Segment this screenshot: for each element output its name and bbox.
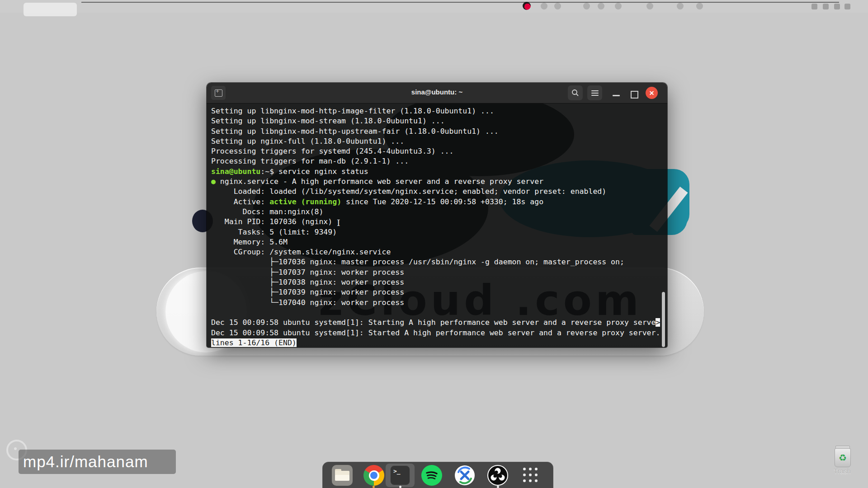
terminal-window: sina@ubuntu: ~ ✕ Setting up libnginx-mod…: [207, 83, 667, 347]
desktop: zCloud .com sina@ubuntu: ~: [0, 0, 868, 488]
battery-icon-ghost: [834, 4, 840, 9]
terminal-line: Setting up libnginx-mod-http-image-filte…: [211, 106, 660, 116]
terminal-line: Docs: man:nginx(8): [211, 207, 660, 217]
maximize-button[interactable]: [631, 91, 638, 99]
tray-icon-ghost: [615, 3, 622, 9]
terminal-line: Setting up libnginx-mod-stream (1.18.0-0…: [211, 116, 660, 126]
terminal-line: Processing triggers for systemd (245.4-4…: [211, 146, 660, 156]
terminal-titlebar[interactable]: sina@ubuntu: ~ ✕: [207, 83, 667, 103]
dock-item-spotify[interactable]: [421, 465, 442, 486]
terminal-line: Dec 15 00:09:58 ubuntu systemd[1]: Start…: [211, 328, 660, 338]
terminal-line: ● nginx.service - A high performance web…: [211, 177, 660, 187]
dock-item-terminal[interactable]: >_: [390, 465, 410, 486]
dock-item-obs[interactable]: [487, 465, 508, 486]
network-icon-ghost: [811, 4, 817, 9]
tray-icon-ghost: [696, 3, 703, 9]
window-ghost: [24, 3, 77, 16]
tray-icon-ghost: [598, 3, 604, 9]
close-button[interactable]: ✕: [646, 87, 658, 99]
terminal-line: CGroup: /system.slice/nginx.service: [211, 247, 660, 257]
sync-app-icon: [454, 465, 475, 486]
terminal-line: Active: active (running) since Tue 2020-…: [211, 197, 660, 207]
tray-icon-ghost: [583, 3, 590, 9]
tray-icon-ghost: [677, 3, 684, 9]
terminal-line: Setting up nginx-full (1.18.0-0ubuntu1) …: [211, 136, 660, 146]
terminal-line: Tasks: 5 (limit: 9349): [211, 227, 660, 237]
recycle-icon: ♻: [839, 452, 847, 463]
search-icon: [571, 89, 579, 97]
terminal-line: [211, 308, 660, 318]
terminal-line: Processing triggers for man-db (2.9.1-1)…: [211, 156, 660, 166]
chevron-down-icon: [844, 4, 850, 9]
terminal-line: lines 1-16/16 (END): [211, 338, 660, 347]
tray-icon-ghost: [646, 3, 653, 9]
obs-icon: [487, 465, 508, 486]
trash[interactable]: ♻ Trash: [828, 446, 856, 475]
terminal-line: ├─107037 nginx: worker process: [211, 267, 660, 277]
running-indicator-terminal: [399, 486, 401, 488]
watermark-text: mp4.ir/mahanam: [19, 453, 148, 471]
trash-label: Trash: [828, 467, 856, 475]
terminal-viewport[interactable]: Setting up libnginx-mod-http-image-filte…: [207, 103, 667, 347]
terminal-line: Setting up libnginx-mod-http-upstream-fa…: [211, 127, 660, 136]
menu-icon: [591, 90, 599, 96]
running-indicator-obs: [497, 486, 499, 488]
terminal-line: sina@ubuntu:~$ service nginx status: [211, 167, 660, 177]
terminal-line: ├─107038 nginx: worker process: [211, 277, 660, 287]
obs-tray-icon[interactable]: [523, 2, 531, 10]
search-button[interactable]: [568, 85, 583, 100]
terminal-line: ├─107036 nginx: master process /usr/sbin…: [211, 257, 660, 267]
terminal-line: Memory: 5.6M: [211, 237, 660, 247]
trash-icon: ♻: [834, 446, 851, 466]
terminal-line: ├─107039 nginx: worker process: [211, 287, 660, 297]
spotify-icon: [421, 465, 442, 486]
text-cursor: I: [337, 219, 340, 227]
tray-icon-ghost: [554, 3, 561, 9]
chrome-icon: [363, 465, 384, 486]
dock-item-files[interactable]: [332, 465, 353, 486]
files-icon: [332, 465, 353, 486]
dock-item-app-grid[interactable]: [520, 465, 541, 486]
watermark: mp4.ir/mahanam: [19, 450, 176, 474]
terminal-line: Dec 15 00:09:58 ubuntu systemd[1]: Start…: [211, 318, 660, 328]
close-icon: ✕: [649, 89, 655, 97]
tray-icon-ghost: [541, 3, 547, 9]
minimize-button[interactable]: [613, 95, 620, 96]
dock-item-chrome[interactable]: [363, 465, 384, 486]
terminal-output: Setting up libnginx-mod-http-image-filte…: [211, 106, 660, 347]
app-grid-icon: [523, 468, 538, 483]
volume-icon-ghost: [823, 4, 829, 9]
terminal-line: Main PID: 107036 (nginx): [211, 217, 660, 227]
terminal-icon: >_: [390, 465, 410, 485]
terminal-line: └─107040 nginx: worker process: [211, 298, 660, 308]
dock: >_: [322, 462, 553, 488]
menu-button[interactable]: [587, 85, 602, 100]
dock-item-sync-app[interactable]: [454, 465, 475, 486]
terminal-line: Loaded: loaded (/lib/systemd/system/ngin…: [211, 187, 660, 197]
window-edge-ghost: [81, 2, 839, 3]
terminal-scrollbar[interactable]: [662, 292, 665, 347]
running-indicator-chrome: [373, 486, 375, 488]
top-bar: [0, 0, 868, 13]
